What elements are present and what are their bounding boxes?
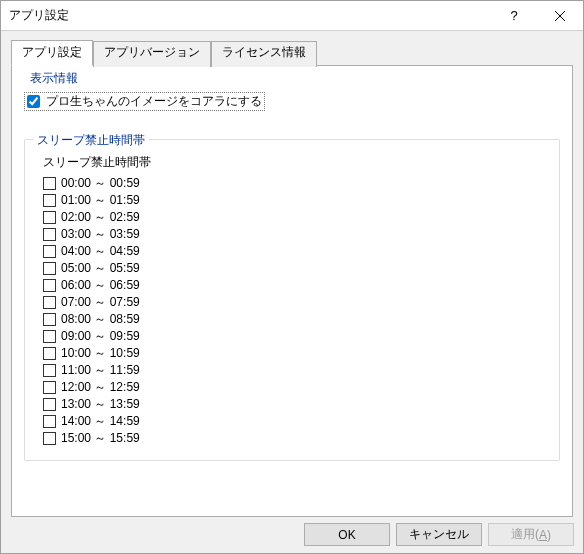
sleep-prohibit-list[interactable]: 00:00 ～ 00:5901:00 ～ 01:5902:00 ～ 02:590… [33,175,551,447]
sleep-prohibit-group: スリープ禁止時間帯 スリープ禁止時間帯 00:00 ～ 00:5901:00 ～… [24,139,560,461]
checkbox-icon[interactable] [43,177,56,190]
cancel-button[interactable]: キャンセル [396,523,482,546]
apply-button-suffix: ) [547,528,551,542]
display-info-group-label: 表示情報 [26,70,82,87]
checkbox-icon[interactable] [43,279,56,292]
list-item-label: 13:00 ～ 13:59 [61,396,140,413]
list-item[interactable]: 07:00 ～ 07:59 [43,294,551,311]
list-item[interactable]: 08:00 ～ 08:59 [43,311,551,328]
checkbox-icon[interactable] [43,415,56,428]
checkbox-icon[interactable] [43,262,56,275]
checkbox-icon[interactable] [43,432,56,445]
checkbox-icon[interactable] [43,364,56,377]
list-item-label: 00:00 ～ 00:59 [61,175,140,192]
list-item[interactable]: 15:00 ～ 15:59 [43,430,551,447]
checkbox-icon[interactable] [43,381,56,394]
list-item[interactable]: 09:00 ～ 09:59 [43,328,551,345]
help-button[interactable]: ? [491,1,537,31]
ok-button[interactable]: OK [304,523,390,546]
list-item-label: 15:00 ～ 15:59 [61,430,140,447]
sleep-prohibit-list-header: スリープ禁止時間帯 [43,154,551,171]
window-title: アプリ設定 [9,7,491,24]
list-item[interactable]: 03:00 ～ 03:59 [43,226,551,243]
list-item-label: 10:00 ～ 10:59 [61,345,140,362]
list-item[interactable]: 04:00 ～ 04:59 [43,243,551,260]
koala-image-checkbox[interactable]: プロ生ちゃんのイメージをコアラにする [24,92,265,111]
list-item[interactable]: 01:00 ～ 01:59 [43,192,551,209]
koala-image-checkbox-input[interactable] [27,95,40,108]
list-item[interactable]: 05:00 ～ 05:59 [43,260,551,277]
close-icon [555,11,565,21]
list-item-label: 02:00 ～ 02:59 [61,209,140,226]
tab-app-settings[interactable]: アプリ設定 [11,40,93,66]
list-item-label: 09:00 ～ 09:59 [61,328,140,345]
list-item[interactable]: 14:00 ～ 14:59 [43,413,551,430]
checkbox-icon[interactable] [43,194,56,207]
checkbox-icon[interactable] [43,228,56,241]
checkbox-icon[interactable] [43,245,56,258]
tab-app-version[interactable]: アプリバージョン [93,41,211,67]
list-item-label: 01:00 ～ 01:59 [61,192,140,209]
checkbox-icon[interactable] [43,313,56,326]
tab-page: 表示情報 プロ生ちゃんのイメージをコアラにする スリープ禁止時間帯 スリープ禁止… [11,65,573,517]
checkbox-icon[interactable] [43,211,56,224]
list-item[interactable]: 02:00 ～ 02:59 [43,209,551,226]
apply-button-key: A [539,528,547,542]
list-item[interactable]: 12:00 ～ 12:59 [43,379,551,396]
list-item-label: 05:00 ～ 05:59 [61,260,140,277]
list-item-label: 04:00 ～ 04:59 [61,243,140,260]
checkbox-icon[interactable] [43,398,56,411]
list-item-label: 03:00 ～ 03:59 [61,226,140,243]
sleep-prohibit-group-label: スリープ禁止時間帯 [33,132,149,149]
list-item-label: 08:00 ～ 08:59 [61,311,140,328]
koala-image-checkbox-label: プロ生ちゃんのイメージをコアラにする [46,93,262,110]
apply-button: 適用(A) [488,523,574,546]
apply-button-prefix: 適用( [511,526,539,543]
list-item-label: 12:00 ～ 12:59 [61,379,140,396]
checkbox-icon[interactable] [43,330,56,343]
list-item-label: 11:00 ～ 11:59 [61,362,140,379]
list-item[interactable]: 00:00 ～ 00:59 [43,175,551,192]
list-item[interactable]: 06:00 ～ 06:59 [43,277,551,294]
list-item[interactable]: 10:00 ～ 10:59 [43,345,551,362]
client-area: アプリ設定 アプリバージョン ライセンス情報 表示情報 プロ生ちゃんのイメージを… [1,31,583,519]
list-item[interactable]: 13:00 ～ 13:59 [43,396,551,413]
titlebar: アプリ設定 ? [1,1,583,31]
list-item[interactable]: 11:00 ～ 11:59 [43,362,551,379]
close-button[interactable] [537,1,583,31]
dialog-buttons: OK キャンセル 適用(A) [304,523,574,546]
list-item-label: 06:00 ～ 06:59 [61,277,140,294]
tab-strip: アプリ設定 アプリバージョン ライセンス情報 [11,39,573,65]
checkbox-icon[interactable] [43,296,56,309]
list-item-label: 07:00 ～ 07:59 [61,294,140,311]
list-item-label: 14:00 ～ 14:59 [61,413,140,430]
tab-license-info[interactable]: ライセンス情報 [211,41,317,67]
checkbox-icon[interactable] [43,347,56,360]
